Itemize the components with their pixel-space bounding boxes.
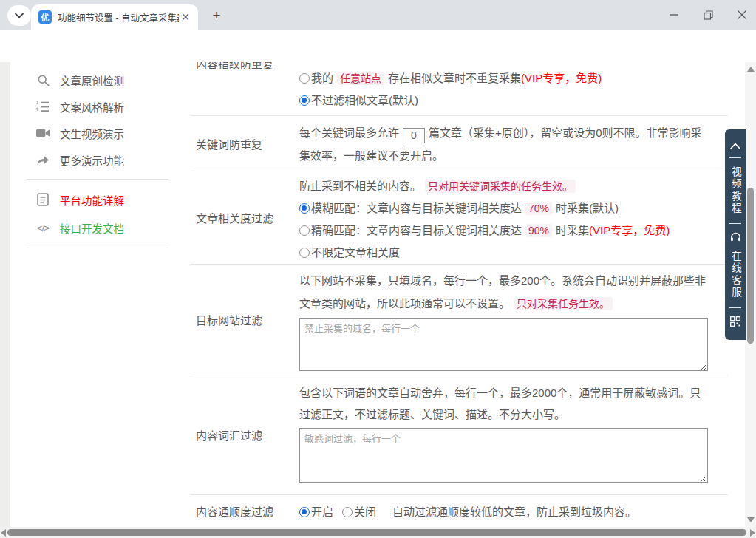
vip-note: (VIP专享，免费) — [521, 72, 602, 84]
video-tutorial-link[interactable]: 视频教程 — [728, 166, 743, 215]
panel-divider — [729, 307, 741, 308]
fluency-off-option[interactable]: 关闭 — [342, 503, 376, 519]
tab-close-icon[interactable]: ✕ — [179, 10, 192, 24]
scroll-left-arrow-icon[interactable] — [1, 529, 6, 537]
sidebar-item-label: 接口开发文档 — [60, 220, 124, 236]
scroll-down-arrow-icon[interactable] — [747, 517, 755, 522]
sidebar-item-label: 更多演示功能 — [60, 152, 124, 168]
site-favicon-icon: 优 — [38, 10, 52, 24]
floating-side-panel: 视频教程 在线客服 — [725, 129, 746, 340]
radio-unchecked[interactable] — [299, 225, 310, 236]
radio-unchecked[interactable] — [299, 73, 310, 84]
search-icon — [35, 72, 50, 87]
sidebar-divider — [27, 248, 168, 248]
relevance-option-fuzzy: 模糊匹配：文章内容与目标关键词相关度达70%时采集(默认) — [299, 197, 708, 219]
radio-unchecked[interactable] — [299, 248, 310, 258]
option-text: 模糊匹配：文章内容与目标关键词相关度达 — [311, 202, 522, 214]
vertical-scrollbar-thumb[interactable] — [747, 188, 754, 344]
setting-label: 关键词防重复 — [191, 116, 299, 171]
tab-search-button[interactable] — [7, 5, 31, 26]
sidebar-item-style-analysis[interactable]: 123 文案风格解析 — [10, 93, 191, 120]
scroll-top-button[interactable] — [730, 143, 740, 149]
sidebar-item-text-to-video[interactable]: 文生视频演示 — [10, 120, 191, 146]
keyword-task-note: 只对用关键词采集的任务生效。 — [425, 180, 576, 193]
sidebar-item-api-docs[interactable]: </> 接口开发文档 — [10, 214, 191, 242]
option-text: 开启 — [311, 505, 333, 518]
scroll-up-arrow-icon[interactable] — [747, 67, 755, 72]
sidebar-item-label: 文生视频演示 — [60, 126, 124, 141]
restore-button[interactable] — [701, 8, 715, 21]
setting-row-fingerprint: 内容指纹防重复 我的任意站点存在相似文章时不重复采集(VIP专享，免费) 不过滤… — [191, 62, 728, 116]
fingerprint-option-mysite: 我的任意站点存在相似文章时不重复采集(VIP专享，免费) — [299, 67, 708, 89]
sidebar-item-more-demos[interactable]: 更多演示功能 — [10, 146, 191, 173]
setting-label: 内容指纹防重复 — [191, 62, 273, 71]
sidebar-item-platform-features[interactable]: 平台功能详解 — [10, 185, 191, 214]
desc-text: 防止采到不相关的内容。 — [299, 180, 421, 192]
new-tab-button[interactable]: + — [207, 6, 226, 25]
fluency-on-option[interactable]: 开启 — [299, 503, 333, 519]
any-site-highlight[interactable]: 任意站点 — [337, 72, 384, 85]
chevron-up-icon — [730, 143, 740, 149]
percent-badge: 90% — [525, 224, 552, 237]
chevron-down-icon — [15, 13, 24, 18]
close-window-button[interactable] — [735, 8, 749, 21]
sensitive-words-textarea[interactable] — [299, 428, 708, 483]
setting-row-word-filter: 内容词汇过滤 包含以下词语的文章自动舍弃，每行一个，最多2000个，通常用于屏蔽… — [191, 375, 728, 495]
desc-text: 以下网站不采集，只填域名，每行一个，最多200个。系统会自动识别并屏蔽那些非文章… — [299, 274, 706, 310]
radio-checked[interactable] — [299, 95, 310, 106]
svg-text:3: 3 — [36, 109, 38, 112]
tab-title: 功能细节设置 - 自动文章采集器 — [58, 10, 179, 24]
blocked-domains-textarea[interactable] — [299, 318, 708, 371]
headset-icon[interactable] — [730, 232, 741, 242]
online-service-link[interactable]: 在线客服 — [728, 251, 743, 299]
option-text: 存在相似文章时不重复采集 — [388, 72, 521, 84]
vip-note: (VIP专享，免费) — [589, 224, 670, 236]
sidebar-item-label: 文章原创检测 — [60, 72, 124, 88]
scroll-right-arrow-icon[interactable] — [750, 529, 755, 537]
option-text: 时采集(默认) — [556, 202, 619, 214]
setting-label: 文章相关度过滤 — [191, 171, 299, 264]
sidebar-item-label: 平台功能详解 — [60, 192, 124, 208]
radio-unchecked[interactable] — [342, 507, 353, 517]
vertical-scrollbar[interactable] — [745, 62, 756, 527]
fingerprint-option-nofilter: 不过滤相似文章(默认) — [299, 89, 708, 112]
window-controls — [667, 0, 749, 30]
ordered-list-icon: 123 — [35, 99, 50, 114]
qr-code-icon[interactable] — [730, 316, 740, 327]
setting-row-relevance: 文章相关度过滤 防止采到不相关的内容。只对用关键词采集的任务生效。 模糊匹配：文… — [191, 171, 728, 265]
setting-row-site-filter: 目标网站过滤 以下网站不采集，只填域名，每行一个，最多200个。系统会自动识别并… — [191, 265, 728, 375]
browser-tab[interactable]: 优 功能细节设置 - 自动文章采集器 ✕ — [31, 4, 198, 30]
setting-row-fluency: 内容通顺度过滤 开启 关闭 自动过滤通顺度较低的文章，防止采到垃圾内容。 — [191, 495, 728, 528]
tab-strip: 优 功能细节设置 - 自动文章采集器 ✕ + — [0, 0, 756, 30]
page-left-margin — [0, 62, 10, 538]
setting-label: 目标网站过滤 — [191, 265, 299, 375]
desc-text: 每个关键词最多允许 — [299, 126, 399, 139]
setting-label: 内容通顺度过滤 — [191, 495, 299, 527]
setting-row-keyword-dedup: 关键词防重复 每个关键词最多允许篇文章（采集+原创），留空或设为0则不限。非常影… — [191, 116, 728, 171]
desc-text: 包含以下词语的文章自动舍弃，每行一个，最多2000个，通常用于屏蔽敏感词。只过滤… — [299, 387, 701, 420]
desc-text: 自动过滤通顺度较低的文章，防止采到垃圾内容。 — [392, 503, 636, 519]
panel-divider — [729, 223, 741, 224]
option-text: 时采集 — [556, 224, 589, 236]
settings-form: 内容指纹防重复 我的任意站点存在相似文章时不重复采集(VIP专享，免费) 不过滤… — [191, 62, 728, 528]
horizontal-scrollbar-thumb[interactable] — [7, 529, 746, 536]
option-text: 不限定文章相关度 — [311, 246, 400, 259]
sidebar-item-originality-check[interactable]: 文章原创检测 — [10, 67, 191, 93]
page-content: 文章原创检测 123 文案风格解析 文生视频演示 更多演示功能 — [0, 62, 756, 538]
collect-task-note: 只对采集任务生效。 — [514, 297, 613, 310]
sidebar: 文章原创检测 123 文案风格解析 文生视频演示 更多演示功能 — [10, 62, 191, 538]
percent-badge: 70% — [525, 202, 552, 215]
option-text: 不过滤相似文章(默认) — [311, 94, 418, 106]
radio-checked[interactable] — [299, 203, 310, 214]
horizontal-scrollbar[interactable] — [0, 527, 756, 538]
minimize-button[interactable] — [667, 8, 681, 21]
keyword-limit-input[interactable] — [403, 128, 425, 143]
option-text: 精确匹配：文章内容与目标关键词相关度达 — [311, 224, 522, 236]
option-text: 关闭 — [354, 505, 376, 518]
share-arrow-icon — [35, 152, 50, 167]
option-text: 我的 — [311, 72, 333, 84]
sidebar-item-label: 文案风格解析 — [60, 99, 124, 115]
browser-window: 优 功能细节设置 - 自动文章采集器 ✕ + — [0, 0, 756, 538]
relevance-option-unlimited: 不限定文章相关度 — [299, 242, 708, 264]
radio-checked[interactable] — [299, 507, 310, 517]
